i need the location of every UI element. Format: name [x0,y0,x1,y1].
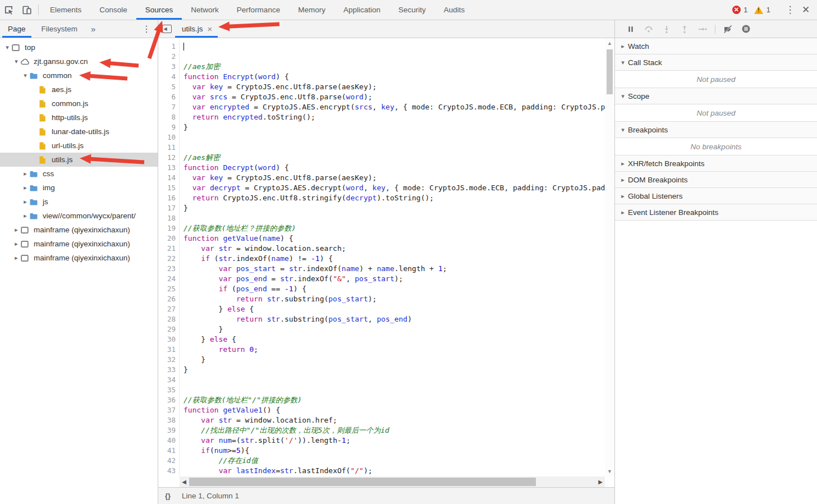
line-number[interactable]: 21 [158,244,179,254]
line-number[interactable]: 15 [158,183,179,193]
tab-network[interactable]: Network [182,0,228,20]
scroll-left-icon[interactable]: ◀ [180,476,189,487]
line-number[interactable]: 12 [158,153,179,163]
line-number[interactable]: 40 [158,436,179,446]
line-number[interactable]: 29 [158,324,179,335]
device-toolbar-icon[interactable] [18,0,36,20]
tree-item-mainframe-qiyexinxichaxun[interactable]: ▸mainframe (qiyexinxichaxun) [0,237,158,251]
hide-navigator-icon[interactable]: ◀ [158,20,175,38]
line-number[interactable]: 23 [158,264,179,274]
line-number[interactable]: 42 [158,456,179,466]
tree-collapsed-chevron-icon[interactable]: ▸ [12,240,20,248]
tree-item-js[interactable]: ▸js [0,195,158,209]
tree-collapsed-chevron-icon[interactable]: ▸ [12,226,20,233]
line-number[interactable]: 32 [158,355,179,365]
line-number[interactable]: 8 [158,112,179,122]
line-number[interactable]: 37 [158,405,179,415]
section-xhr-fetch-breakpoints[interactable]: ▸XHR/fetch Breakpoints [615,155,817,172]
tree-item-mainframe-qiyexinxichaxun[interactable]: ▸mainframe (qiyexinxichaxun) [0,223,158,237]
line-number[interactable]: 11 [158,143,179,153]
tree-item-common-js[interactable]: common.js [0,97,158,111]
navigator-tab-page[interactable]: Page [0,20,34,38]
console-error-badge[interactable]: ✕ 1 [732,6,748,14]
line-number[interactable]: 34 [158,375,179,385]
tab-close-icon[interactable]: × [208,24,213,34]
line-number[interactable]: 38 [158,415,179,425]
tree-collapsed-chevron-icon[interactable]: ▸ [21,198,29,205]
tree-collapsed-chevron-icon[interactable]: ▸ [12,254,20,262]
vertical-scrollbar[interactable]: ▲ ▼ [605,38,614,476]
scroll-right-icon[interactable]: ▶ [596,476,605,487]
tree-item-zjt-gansu-gov-cn[interactable]: ▾zjt.gansu.gov.cn [0,54,158,68]
tab-security[interactable]: Security [389,0,435,20]
tab-audits[interactable]: Audits [435,0,474,20]
line-number[interactable]: 43 [158,466,179,476]
line-number[interactable]: 22 [158,254,179,264]
line-number[interactable]: 20 [158,233,179,244]
inspect-element-icon[interactable] [0,0,18,20]
tab-memory[interactable]: Memory [289,0,334,20]
tree-item-view-common-wycx-parent[interactable]: ▸view//common/wycx/parent/ [0,209,158,223]
line-number[interactable]: 6 [158,92,179,102]
console-warning-badge[interactable]: ! 1 [754,6,770,14]
step-into-icon[interactable] [658,22,676,36]
tab-performance[interactable]: Performance [228,0,289,20]
line-number[interactable]: 16 [158,193,179,203]
line-number[interactable]: 28 [158,314,179,324]
tab-console[interactable]: Console [90,0,136,20]
tab-sources[interactable]: Sources [136,0,182,20]
tree-item-img[interactable]: ▸img [0,181,158,195]
line-number[interactable]: 3 [158,62,179,72]
navigator-kebab-icon[interactable]: ⋮ [135,20,158,38]
section-event-listener-breakpoints[interactable]: ▸Event Listener Breakpoints [615,204,817,221]
pretty-print-button[interactable]: {} [158,492,177,500]
line-number[interactable]: 2 [158,52,179,62]
line-number[interactable]: 24 [158,274,179,284]
code-content[interactable]: //aes加密function Encrypt(word) { var key … [180,38,605,476]
line-number[interactable]: 9 [158,122,179,132]
tab-elements[interactable]: Elements [41,0,90,20]
tree-item-mainframe-qiyexinxichaxun[interactable]: ▸mainframe (qiyexinxichaxun) [0,251,158,265]
line-number[interactable]: 25 [158,284,179,294]
tree-expanded-chevron-icon[interactable]: ▾ [12,58,20,65]
tree-item-lunar-date-utils-js[interactable]: lunar-date-utils.js [0,125,158,139]
scroll-up-icon[interactable]: ▲ [605,39,614,47]
line-number[interactable]: 36 [158,395,179,405]
section-scope[interactable]: ▾Scope [615,88,817,104]
pause-icon[interactable] [622,22,640,36]
step-out-icon[interactable] [676,22,694,36]
tree-item-utils-js[interactable]: utils.js [0,153,158,167]
line-number[interactable]: 4 [158,72,179,82]
line-number[interactable]: 27 [158,304,179,314]
line-number[interactable]: 41 [158,446,179,456]
tree-item-top[interactable]: ▾top [0,40,158,54]
line-number[interactable]: 10 [158,132,179,143]
tree-item-url-utils-js[interactable]: url-utils.js [0,139,158,153]
step-over-icon[interactable] [640,22,658,36]
tree-expanded-chevron-icon[interactable]: ▾ [3,44,11,51]
tree-collapsed-chevron-icon[interactable]: ▸ [21,212,29,219]
main-menu-kebab-icon[interactable]: ⋮ [782,4,798,16]
line-number[interactable]: 14 [158,173,179,183]
navigator-tab-filesystem[interactable]: Filesystem [34,20,86,38]
line-number[interactable]: 44 [158,476,179,476]
deactivate-breakpoints-icon[interactable] [719,22,737,36]
line-number[interactable]: 31 [158,345,179,355]
line-number[interactable]: 33 [158,365,179,375]
tree-item-css[interactable]: ▸css [0,167,158,181]
step-icon[interactable] [694,22,712,36]
section-global-listeners[interactable]: ▸Global Listeners [615,188,817,204]
line-number[interactable]: 1 [158,42,179,52]
tree-item-common[interactable]: ▾common [0,68,158,83]
line-number[interactable]: 13 [158,163,179,173]
line-number[interactable]: 17 [158,203,179,213]
tree-collapsed-chevron-icon[interactable]: ▸ [21,184,29,191]
section-watch[interactable]: ▸Watch [615,38,817,54]
scroll-down-icon[interactable]: ▼ [605,468,614,475]
line-number[interactable]: 7 [158,102,179,112]
more-tabs-icon[interactable]: » [85,20,101,38]
close-devtools-icon[interactable]: ✕ [798,4,814,16]
tree-collapsed-chevron-icon[interactable]: ▸ [21,170,29,177]
line-number[interactable]: 30 [158,335,179,345]
line-number[interactable]: 5 [158,82,179,92]
